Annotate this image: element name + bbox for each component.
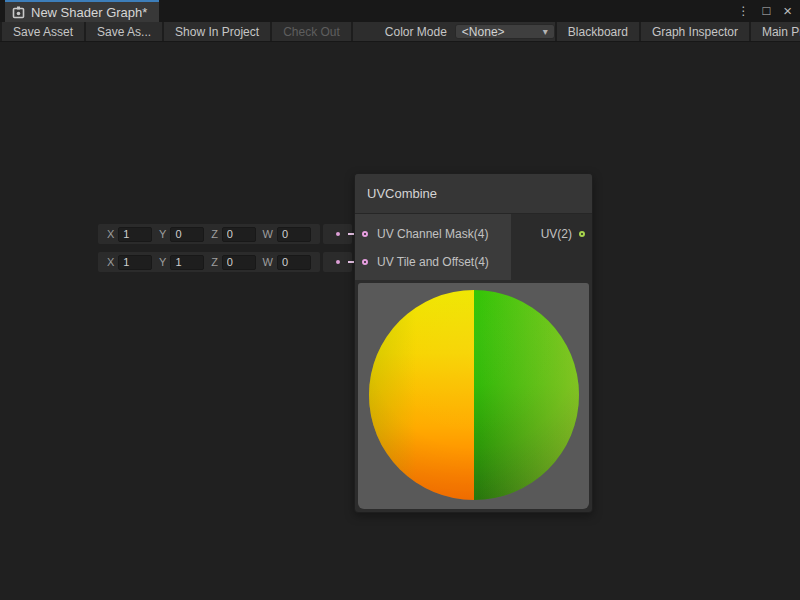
node-output-section: UV(2) [511,214,592,280]
vector-field-w[interactable] [277,227,311,242]
field-label-w: W [263,256,273,268]
sphere-right-half-green [474,290,579,500]
node-title: UVCombine [367,186,437,201]
maximize-icon[interactable]: □ [762,0,770,22]
output-port-uv: UV(2) [511,220,585,248]
check-out-button: Check Out [272,22,353,41]
vector-field-group: Y [159,227,204,242]
vector-field-w[interactable] [277,255,311,270]
preview-sphere [369,290,579,500]
vector-field-group: Z [211,255,256,270]
vector-field-x[interactable] [118,227,152,242]
field-label-z: Z [211,228,218,240]
port-label: UV Channel Mask(4) [377,227,488,241]
port-dot-icon [336,260,340,264]
port-icon-vector2[interactable] [579,231,585,237]
vector-field-z[interactable] [222,227,256,242]
port-label: UV(2) [541,227,572,241]
tab-title: New Shader Graph* [31,5,147,20]
graph-inspector-button[interactable]: Graph Inspector [639,22,749,41]
vector-field-group: Z [211,227,256,242]
input-port-uv-channel-mask: UV Channel Mask(4) [355,220,511,248]
field-label-w: W [263,228,273,240]
tab-bar: New Shader Graph* ⋮ □ × [0,0,800,22]
port-label: UV Tile and Offset(4) [377,255,489,269]
close-icon[interactable]: × [783,0,792,22]
vector-field-group: W [263,227,311,242]
graph-canvas[interactable]: X Y Z W X Y [0,42,800,600]
input-port-uv-tile-and-offset: UV Tile and Offset(4) [355,248,511,276]
vector4-input-row-1: X Y Z W [98,224,320,244]
window-controls: ⋮ □ × [737,0,800,22]
node-body: UV Channel Mask(4) UV Tile and Offset(4)… [355,214,592,280]
field-label-y: Y [159,256,166,268]
node-preview [355,280,592,512]
vector-field-x[interactable] [118,255,152,270]
field-label-x: X [107,228,114,240]
menu-icon[interactable]: ⋮ [737,0,749,22]
color-mode-dropdown[interactable]: <None> ▾ [455,24,555,39]
color-mode-label: Color Mode [385,25,447,39]
color-mode-control: Color Mode <None> ▾ [385,22,555,41]
sphere-left-half-yellow-orange [369,290,474,500]
node-uvcombine[interactable]: UVCombine UV Channel Mask(4) UV Tile and… [354,173,593,513]
port-icon-vector4[interactable] [362,231,368,237]
preview-surface [358,283,589,509]
vector-field-group: X [107,255,152,270]
shader-graph-window: New Shader Graph* ⋮ □ × Save Asset Save … [0,0,800,600]
save-as-button[interactable]: Save As... [86,22,164,41]
field-label-z: Z [211,256,218,268]
vector-field-group: X [107,227,152,242]
field-label-y: Y [159,228,166,240]
vector-field-y[interactable] [170,227,204,242]
node-input-section: UV Channel Mask(4) UV Tile and Offset(4) [355,214,511,280]
color-mode-value: <None> [462,25,505,39]
node-header[interactable]: UVCombine [355,174,592,214]
blackboard-button[interactable]: Blackboard [555,22,639,41]
chevron-down-icon: ▾ [543,26,548,37]
vector-field-y[interactable] [170,255,204,270]
vector-field-group: W [263,255,311,270]
port-icon-vector4[interactable] [362,259,368,265]
save-asset-button[interactable]: Save Asset [0,22,86,41]
toolbar-right-group: Blackboard Graph Inspector Main Preview [555,22,800,41]
field-label-x: X [107,256,114,268]
port-dot-icon [336,232,340,236]
show-in-project-button[interactable]: Show In Project [164,22,272,41]
vector4-input-row-2: X Y Z W [98,252,320,272]
shader-graph-icon [12,6,25,19]
vector-field-group: Y [159,255,204,270]
main-preview-button[interactable]: Main Preview [749,22,800,41]
vector-field-z[interactable] [222,255,256,270]
toolbar: Save Asset Save As... Show In Project Ch… [0,22,800,42]
tab-new-shader-graph[interactable]: New Shader Graph* [5,0,159,22]
